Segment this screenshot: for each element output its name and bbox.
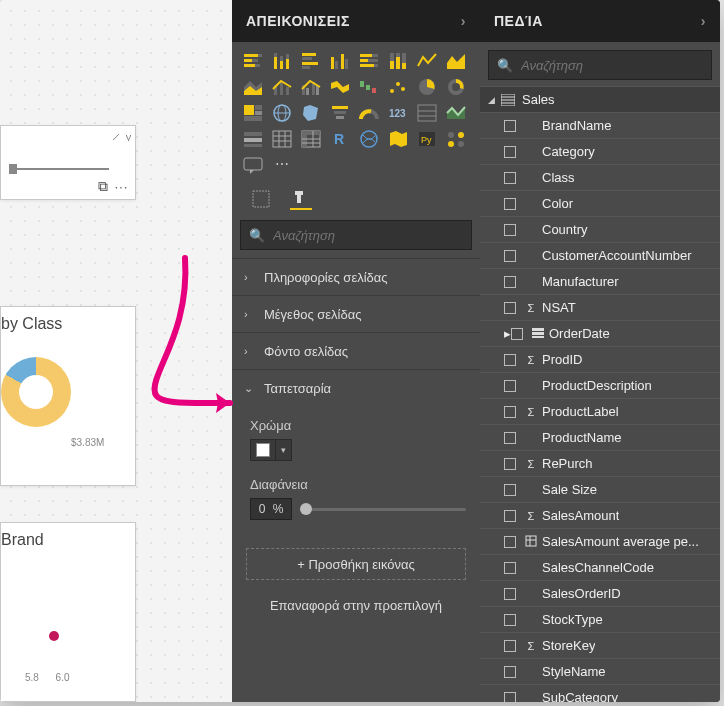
field-row[interactable]: ΣRePurch (480, 450, 720, 476)
fields-header[interactable]: ΠΕΔΊΑ › (480, 0, 720, 42)
field-row[interactable]: Sale Size (480, 476, 720, 502)
slider-thumb[interactable] (300, 503, 312, 515)
field-row[interactable]: Color (480, 190, 720, 216)
field-checkbox[interactable] (504, 146, 516, 158)
viz-kpi-icon[interactable] (443, 102, 469, 124)
viz-map-icon[interactable] (269, 102, 295, 124)
field-checkbox[interactable] (504, 250, 516, 262)
field-row[interactable]: ΣProdID (480, 346, 720, 372)
viz-filled-map-icon[interactable] (298, 102, 324, 124)
slider-track[interactable] (9, 168, 109, 170)
viz-shape-map-icon[interactable] (385, 128, 411, 150)
report-canvas[interactable]: ⟋ ∨ ⧉ ⋯ by Class $3.83M Brand 5.8 6.0 (0, 0, 232, 702)
field-row[interactable]: SubCategory (480, 684, 720, 702)
viz-line-stacked-column-icon[interactable] (269, 76, 295, 98)
field-row[interactable]: Class (480, 164, 720, 190)
viz-matrix-icon[interactable] (298, 128, 324, 150)
expand-icon[interactable]: ▸ (504, 326, 511, 341)
visual-focus-icon[interactable]: ⧉ ⋯ (98, 178, 129, 195)
field-checkbox[interactable] (504, 302, 516, 314)
field-checkbox[interactable] (504, 562, 516, 574)
viz-slicer-icon[interactable] (240, 128, 266, 150)
viz-100-stacked-column-icon[interactable] (385, 50, 411, 72)
viz-100-stacked-bar-icon[interactable] (356, 50, 382, 72)
viz-import-icon[interactable]: ⋯ (269, 154, 295, 176)
field-checkbox[interactable] (504, 666, 516, 678)
field-checkbox[interactable] (504, 224, 516, 236)
field-checkbox[interactable] (504, 198, 516, 210)
field-checkbox[interactable] (504, 172, 516, 184)
field-row[interactable]: Category (480, 138, 720, 164)
viz-table-icon[interactable] (269, 128, 295, 150)
viz-line-clustered-column-icon[interactable] (298, 76, 324, 98)
viz-qna-icon[interactable] (240, 154, 266, 176)
field-row[interactable]: SalesAmount average pe... (480, 528, 720, 554)
format-tab[interactable] (290, 188, 312, 210)
fields-tab[interactable] (250, 188, 272, 210)
visual-scatter[interactable]: Brand 5.8 6.0 (0, 522, 136, 702)
format-search[interactable]: 🔍 (240, 220, 472, 250)
viz-stacked-column-icon[interactable] (269, 50, 295, 72)
field-checkbox[interactable] (504, 640, 516, 652)
viz-r-script-icon[interactable]: R (327, 128, 353, 150)
field-checkbox[interactable] (504, 536, 516, 548)
viz-scatter-icon[interactable] (385, 76, 411, 98)
viz-clustered-bar-icon[interactable] (298, 50, 324, 72)
field-row[interactable]: Manufacturer (480, 268, 720, 294)
section-page-info[interactable]: ›Πληροφορίες σελίδας (232, 258, 480, 295)
viz-donut-icon[interactable] (443, 76, 469, 98)
transparency-slider[interactable] (300, 508, 466, 511)
dropdown-caret-icon[interactable]: ▾ (276, 439, 292, 461)
field-row[interactable]: ProductName (480, 424, 720, 450)
field-row[interactable]: StockType (480, 606, 720, 632)
field-row[interactable]: ΣNSAT (480, 294, 720, 320)
viz-area-icon[interactable] (443, 50, 469, 72)
expand-icon[interactable]: ◢ (488, 95, 500, 105)
field-checkbox[interactable] (504, 484, 516, 496)
visual-donut[interactable]: by Class $3.83M (0, 306, 136, 486)
format-search-input[interactable] (273, 228, 463, 243)
field-row[interactable]: ▸OrderDate (480, 320, 720, 346)
viz-waterfall-icon[interactable] (356, 76, 382, 98)
field-row[interactable]: Country (480, 216, 720, 242)
fields-search-input[interactable] (521, 58, 703, 73)
field-checkbox[interactable] (511, 328, 523, 340)
viz-stacked-bar-icon[interactable] (240, 50, 266, 72)
transparency-value[interactable]: 0 % (250, 498, 292, 520)
field-row[interactable]: ΣStoreKey (480, 632, 720, 658)
add-image-button[interactable]: + Προσθήκη εικόνας (246, 548, 466, 580)
viz-pie-icon[interactable] (414, 76, 440, 98)
viz-treemap-icon[interactable] (240, 102, 266, 124)
color-picker[interactable]: ▾ (250, 439, 466, 461)
viz-multirow-card-icon[interactable] (414, 102, 440, 124)
chevron-right-icon[interactable]: › (701, 13, 706, 29)
fields-search[interactable]: 🔍 (488, 50, 712, 80)
section-wallpaper[interactable]: ⌄Ταπετσαρία Χρώμα ▾ Διαφάνεια 0 % + Προσ… (232, 369, 480, 613)
section-page-background[interactable]: ›Φόντο σελίδας (232, 332, 480, 369)
field-checkbox[interactable] (504, 276, 516, 288)
viz-funnel-icon[interactable] (327, 102, 353, 124)
field-row[interactable]: StyleName (480, 658, 720, 684)
field-row[interactable]: BrandName (480, 112, 720, 138)
viz-arcgis-icon[interactable] (356, 128, 382, 150)
viz-line-icon[interactable] (414, 50, 440, 72)
reset-to-default-link[interactable]: Επαναφορά στην προεπιλογή (232, 598, 480, 613)
viz-gauge-icon[interactable] (356, 102, 382, 124)
field-row[interactable]: SalesOrderID (480, 580, 720, 606)
viz-stacked-area-icon[interactable] (240, 76, 266, 98)
field-row[interactable]: SalesChannelCode (480, 554, 720, 580)
field-checkbox[interactable] (504, 380, 516, 392)
table-header-row[interactable]: ◢ Sales (480, 86, 720, 112)
viz-clustered-column-icon[interactable] (327, 50, 353, 72)
field-row[interactable]: ProductDescription (480, 372, 720, 398)
field-checkbox[interactable] (504, 120, 516, 132)
viz-python-icon[interactable]: Py (414, 128, 440, 150)
field-checkbox[interactable] (504, 432, 516, 444)
field-row[interactable]: CustomerAccountNumber (480, 242, 720, 268)
pin-icon[interactable]: ⟋ ∨ (110, 130, 131, 144)
field-row[interactable]: ΣSalesAmount (480, 502, 720, 528)
field-checkbox[interactable] (504, 406, 516, 418)
viz-card-icon[interactable]: 123 (385, 102, 411, 124)
chevron-right-icon[interactable]: › (461, 13, 466, 29)
viz-ribbon-icon[interactable] (327, 76, 353, 98)
